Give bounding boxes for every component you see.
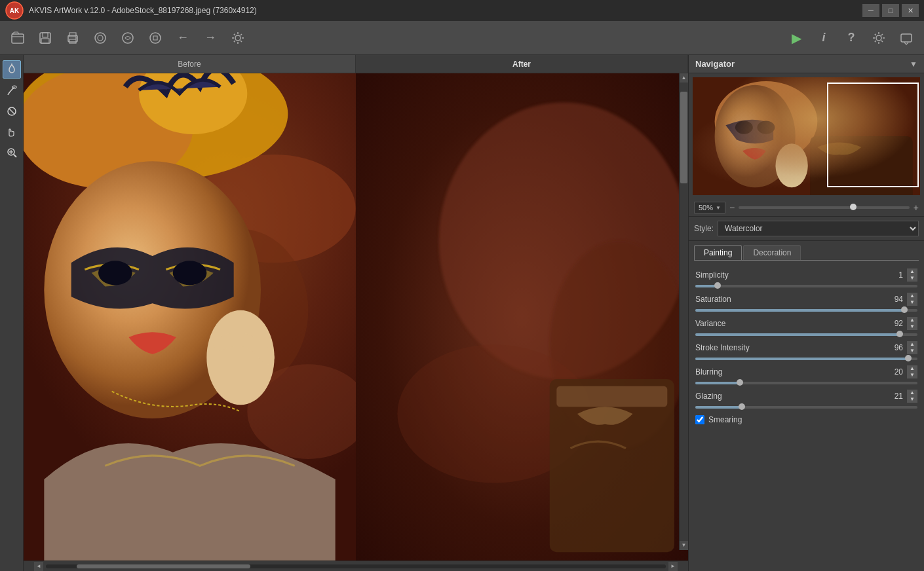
titlebar-controls: ─ □ ✕ — [862, 4, 919, 17]
image-container[interactable]: ▲ ▼ — [24, 73, 688, 561]
config-btn[interactable] — [866, 26, 891, 50]
zoom-slider-thumb[interactable] — [850, 204, 857, 210]
navigator-collapse-icon[interactable]: ▼ — [910, 60, 917, 69]
zoom-tool-icon — [7, 147, 17, 159]
open-file-icon — [10, 31, 25, 45]
saturation-down[interactable]: ▼ — [907, 299, 917, 306]
glazing-slider-thumb[interactable] — [739, 403, 745, 410]
blurring-slider-track[interactable] — [695, 382, 917, 384]
variance-slider-thumb[interactable] — [896, 331, 903, 337]
open-file-btn[interactable] — [5, 26, 30, 50]
simplicity-spinner[interactable]: ▲ ▼ — [907, 268, 917, 282]
blurring-slider-thumb[interactable] — [737, 379, 743, 386]
svg-point-34 — [173, 261, 207, 285]
zoom-minus-icon[interactable]: − — [729, 202, 735, 213]
batch-btn[interactable] — [143, 26, 168, 50]
blurring-up[interactable]: ▲ — [907, 365, 917, 372]
save-btn[interactable] — [33, 26, 58, 50]
smearing-label[interactable]: Smearing — [708, 415, 742, 424]
zoom-value: 50% — [699, 204, 713, 212]
view-tab-bar: Before After — [24, 55, 688, 73]
navigator-viewport-box[interactable] — [827, 83, 919, 187]
blurring-slider-row — [689, 381, 924, 387]
painting-tab[interactable]: Painting — [694, 245, 742, 260]
hscroll-track[interactable] — [46, 564, 666, 568]
smearing-checkbox[interactable] — [695, 415, 704, 424]
saturation-up[interactable]: ▲ — [907, 293, 917, 299]
glazing-up[interactable]: ▲ — [907, 390, 917, 396]
svg-rect-7 — [69, 33, 76, 37]
smearing-row: Smearing — [689, 411, 924, 428]
blurring-spinner[interactable]: ▲ ▼ — [907, 365, 917, 378]
stroke-intensity-label: Stroke Intensity — [695, 343, 874, 352]
stroke-intensity-slider-track[interactable] — [695, 358, 917, 360]
preferences-btn[interactable] — [225, 26, 250, 50]
before-tab[interactable]: Before — [24, 55, 356, 73]
stroke-intensity-spinner[interactable]: ▲ ▼ — [907, 341, 917, 354]
erase-tool-btn[interactable] — [3, 102, 21, 120]
scroll-left-arrow[interactable]: ◄ — [34, 562, 43, 571]
glazing-down[interactable]: ▼ — [907, 396, 917, 403]
variance-slider-track[interactable] — [695, 333, 917, 336]
batch-icon — [148, 31, 163, 45]
close-button[interactable]: ✕ — [902, 4, 919, 17]
hand-tool-icon — [7, 126, 17, 138]
navigator-title: Navigator — [695, 59, 735, 69]
simplicity-slider-thumb[interactable] — [714, 282, 721, 289]
variance-spinner[interactable]: ▲ ▼ — [907, 317, 917, 330]
stroke-intensity-up[interactable]: ▲ — [907, 341, 917, 348]
variance-slider-fill — [695, 333, 900, 336]
canvas-vertical-scrollbar[interactable]: ▲ ▼ — [679, 73, 688, 550]
glazing-slider-track[interactable] — [695, 406, 917, 409]
drop-tool-btn[interactable] — [3, 60, 21, 79]
horizontal-scrollbar[interactable]: ◄ ► — [24, 561, 688, 571]
svg-rect-2 — [12, 34, 24, 43]
scroll-right-arrow[interactable]: ► — [668, 562, 678, 571]
svg-rect-8 — [69, 39, 76, 43]
blurring-down[interactable]: ▼ — [907, 372, 917, 378]
plugin-btn[interactable] — [115, 26, 140, 50]
canvas-area: Before After — [24, 55, 688, 571]
glazing-spinner[interactable]: ▲ ▼ — [907, 390, 917, 403]
zoom-tool-btn[interactable] — [3, 144, 21, 162]
scroll-thumb[interactable] — [680, 92, 687, 183]
brush-tool-btn[interactable] — [3, 81, 21, 100]
zoom-plus-icon[interactable]: + — [914, 202, 919, 213]
scroll-down-arrow[interactable]: ▼ — [680, 541, 688, 550]
brush-tool-icon — [7, 84, 17, 96]
simplicity-down[interactable]: ▼ — [907, 275, 917, 282]
svg-point-33 — [98, 261, 132, 285]
zoom-dropdown-icon[interactable]: ▼ — [716, 205, 721, 211]
scroll-up-arrow[interactable]: ▲ — [680, 73, 688, 83]
zoom-slider-track[interactable] — [739, 206, 910, 209]
info-btn[interactable]: i — [811, 26, 836, 50]
hscroll-thumb[interactable] — [77, 564, 250, 568]
save-icon — [38, 31, 52, 45]
stroke-intensity-down[interactable]: ▼ — [907, 348, 917, 354]
scroll-track — [680, 83, 688, 541]
decoration-tab[interactable]: Decoration — [743, 245, 801, 260]
zoom-value-box[interactable]: 50% ▼ — [694, 202, 725, 213]
export-btn[interactable] — [88, 26, 113, 50]
stroke-intensity-slider-thumb[interactable] — [905, 355, 912, 361]
simplicity-slider-track[interactable] — [695, 285, 917, 287]
saturation-spinner[interactable]: ▲ ▼ — [907, 293, 917, 306]
right-panel: Navigator ▼ — [688, 55, 924, 571]
saturation-slider-thumb[interactable] — [901, 306, 908, 313]
style-select[interactable]: Watercolor Oil Pencil Comics Pastel — [718, 221, 919, 236]
hand-tool-btn[interactable] — [3, 123, 21, 141]
after-tab[interactable]: After — [356, 55, 688, 73]
back-btn[interactable]: ← — [170, 26, 195, 50]
forward-btn[interactable]: → — [198, 26, 223, 50]
minimize-button[interactable]: ─ — [862, 4, 879, 17]
style-bar: Style: Watercolor Oil Pencil Comics Past… — [689, 217, 924, 241]
variance-down[interactable]: ▼ — [907, 323, 917, 330]
saturation-slider-track[interactable] — [695, 309, 917, 312]
messages-btn[interactable] — [894, 26, 919, 50]
print-btn[interactable] — [60, 26, 85, 50]
help-btn[interactable]: ? — [839, 26, 864, 50]
variance-up[interactable]: ▲ — [907, 317, 917, 323]
maximize-button[interactable]: □ — [882, 4, 899, 17]
simplicity-up[interactable]: ▲ — [907, 268, 917, 275]
run-btn[interactable]: ▶ — [784, 26, 809, 50]
